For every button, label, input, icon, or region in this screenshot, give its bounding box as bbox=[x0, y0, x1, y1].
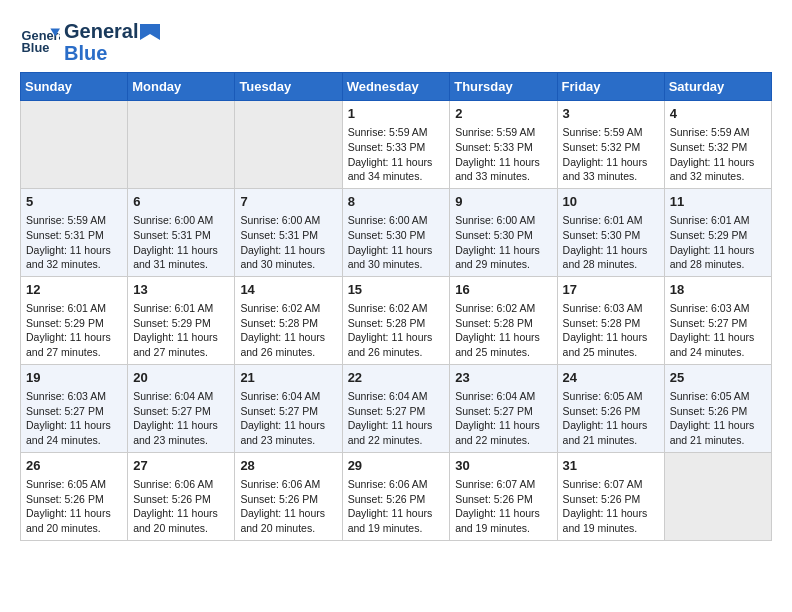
calendar-day-1: 1Sunrise: 5:59 AM Sunset: 5:33 PM Daylig… bbox=[342, 101, 450, 189]
day-number: 1 bbox=[348, 105, 445, 123]
day-info: Sunrise: 6:03 AM Sunset: 5:27 PM Dayligh… bbox=[670, 301, 766, 360]
day-info: Sunrise: 6:02 AM Sunset: 5:28 PM Dayligh… bbox=[455, 301, 551, 360]
day-number: 15 bbox=[348, 281, 445, 299]
calendar-empty-cell bbox=[128, 101, 235, 189]
day-info: Sunrise: 6:01 AM Sunset: 5:29 PM Dayligh… bbox=[26, 301, 122, 360]
day-number: 4 bbox=[670, 105, 766, 123]
day-info: Sunrise: 6:06 AM Sunset: 5:26 PM Dayligh… bbox=[133, 477, 229, 536]
calendar-day-4: 4Sunrise: 5:59 AM Sunset: 5:32 PM Daylig… bbox=[664, 101, 771, 189]
day-number: 20 bbox=[133, 369, 229, 387]
logo-text-blue: Blue bbox=[64, 42, 138, 64]
calendar-week-row: 26Sunrise: 6:05 AM Sunset: 5:26 PM Dayli… bbox=[21, 452, 772, 540]
day-number: 24 bbox=[563, 369, 659, 387]
day-number: 29 bbox=[348, 457, 445, 475]
day-info: Sunrise: 6:00 AM Sunset: 5:31 PM Dayligh… bbox=[240, 213, 336, 272]
calendar-day-13: 13Sunrise: 6:01 AM Sunset: 5:29 PM Dayli… bbox=[128, 276, 235, 364]
calendar-day-22: 22Sunrise: 6:04 AM Sunset: 5:27 PM Dayli… bbox=[342, 364, 450, 452]
calendar-week-row: 1Sunrise: 5:59 AM Sunset: 5:33 PM Daylig… bbox=[21, 101, 772, 189]
day-info: Sunrise: 6:06 AM Sunset: 5:26 PM Dayligh… bbox=[348, 477, 445, 536]
calendar-day-23: 23Sunrise: 6:04 AM Sunset: 5:27 PM Dayli… bbox=[450, 364, 557, 452]
svg-marker-3 bbox=[140, 24, 160, 40]
calendar-day-8: 8Sunrise: 6:00 AM Sunset: 5:30 PM Daylig… bbox=[342, 188, 450, 276]
calendar-day-24: 24Sunrise: 6:05 AM Sunset: 5:26 PM Dayli… bbox=[557, 364, 664, 452]
calendar-week-row: 12Sunrise: 6:01 AM Sunset: 5:29 PM Dayli… bbox=[21, 276, 772, 364]
logo-text-general: General bbox=[64, 20, 138, 42]
day-info: Sunrise: 6:01 AM Sunset: 5:30 PM Dayligh… bbox=[563, 213, 659, 272]
day-number: 7 bbox=[240, 193, 336, 211]
calendar-day-12: 12Sunrise: 6:01 AM Sunset: 5:29 PM Dayli… bbox=[21, 276, 128, 364]
day-info: Sunrise: 6:05 AM Sunset: 5:26 PM Dayligh… bbox=[670, 389, 766, 448]
calendar-table: SundayMondayTuesdayWednesdayThursdayFrid… bbox=[20, 72, 772, 541]
day-number: 8 bbox=[348, 193, 445, 211]
day-info: Sunrise: 6:05 AM Sunset: 5:26 PM Dayligh… bbox=[26, 477, 122, 536]
day-info: Sunrise: 5:59 AM Sunset: 5:33 PM Dayligh… bbox=[455, 125, 551, 184]
day-info: Sunrise: 6:05 AM Sunset: 5:26 PM Dayligh… bbox=[563, 389, 659, 448]
calendar-day-11: 11Sunrise: 6:01 AM Sunset: 5:29 PM Dayli… bbox=[664, 188, 771, 276]
calendar-empty-cell bbox=[235, 101, 342, 189]
day-number: 22 bbox=[348, 369, 445, 387]
weekday-header-sunday: Sunday bbox=[21, 73, 128, 101]
day-number: 9 bbox=[455, 193, 551, 211]
day-info: Sunrise: 6:00 AM Sunset: 5:30 PM Dayligh… bbox=[455, 213, 551, 272]
weekday-header-friday: Friday bbox=[557, 73, 664, 101]
day-number: 5 bbox=[26, 193, 122, 211]
calendar-day-10: 10Sunrise: 6:01 AM Sunset: 5:30 PM Dayli… bbox=[557, 188, 664, 276]
day-info: Sunrise: 6:03 AM Sunset: 5:28 PM Dayligh… bbox=[563, 301, 659, 360]
calendar-day-19: 19Sunrise: 6:03 AM Sunset: 5:27 PM Dayli… bbox=[21, 364, 128, 452]
calendar-day-18: 18Sunrise: 6:03 AM Sunset: 5:27 PM Dayli… bbox=[664, 276, 771, 364]
calendar-day-3: 3Sunrise: 5:59 AM Sunset: 5:32 PM Daylig… bbox=[557, 101, 664, 189]
weekday-header-monday: Monday bbox=[128, 73, 235, 101]
logo-icon: General Blue bbox=[20, 22, 60, 62]
day-number: 19 bbox=[26, 369, 122, 387]
day-number: 17 bbox=[563, 281, 659, 299]
svg-text:Blue: Blue bbox=[22, 40, 50, 55]
day-number: 2 bbox=[455, 105, 551, 123]
calendar-day-2: 2Sunrise: 5:59 AM Sunset: 5:33 PM Daylig… bbox=[450, 101, 557, 189]
weekday-header-saturday: Saturday bbox=[664, 73, 771, 101]
day-info: Sunrise: 6:02 AM Sunset: 5:28 PM Dayligh… bbox=[240, 301, 336, 360]
calendar-day-29: 29Sunrise: 6:06 AM Sunset: 5:26 PM Dayli… bbox=[342, 452, 450, 540]
day-info: Sunrise: 6:01 AM Sunset: 5:29 PM Dayligh… bbox=[133, 301, 229, 360]
calendar-day-20: 20Sunrise: 6:04 AM Sunset: 5:27 PM Dayli… bbox=[128, 364, 235, 452]
logo: General Blue General Blue bbox=[20, 20, 164, 64]
day-number: 26 bbox=[26, 457, 122, 475]
day-number: 3 bbox=[563, 105, 659, 123]
calendar-day-25: 25Sunrise: 6:05 AM Sunset: 5:26 PM Dayli… bbox=[664, 364, 771, 452]
day-info: Sunrise: 5:59 AM Sunset: 5:32 PM Dayligh… bbox=[563, 125, 659, 184]
day-info: Sunrise: 6:06 AM Sunset: 5:26 PM Dayligh… bbox=[240, 477, 336, 536]
weekday-header-thursday: Thursday bbox=[450, 73, 557, 101]
day-number: 25 bbox=[670, 369, 766, 387]
day-number: 6 bbox=[133, 193, 229, 211]
day-number: 12 bbox=[26, 281, 122, 299]
day-info: Sunrise: 6:07 AM Sunset: 5:26 PM Dayligh… bbox=[563, 477, 659, 536]
day-number: 30 bbox=[455, 457, 551, 475]
day-number: 10 bbox=[563, 193, 659, 211]
day-number: 18 bbox=[670, 281, 766, 299]
calendar-day-6: 6Sunrise: 6:00 AM Sunset: 5:31 PM Daylig… bbox=[128, 188, 235, 276]
calendar-day-14: 14Sunrise: 6:02 AM Sunset: 5:28 PM Dayli… bbox=[235, 276, 342, 364]
day-info: Sunrise: 6:07 AM Sunset: 5:26 PM Dayligh… bbox=[455, 477, 551, 536]
calendar-day-9: 9Sunrise: 6:00 AM Sunset: 5:30 PM Daylig… bbox=[450, 188, 557, 276]
day-info: Sunrise: 6:02 AM Sunset: 5:28 PM Dayligh… bbox=[348, 301, 445, 360]
calendar-day-26: 26Sunrise: 6:05 AM Sunset: 5:26 PM Dayli… bbox=[21, 452, 128, 540]
day-number: 28 bbox=[240, 457, 336, 475]
day-info: Sunrise: 5:59 AM Sunset: 5:32 PM Dayligh… bbox=[670, 125, 766, 184]
weekday-header-row: SundayMondayTuesdayWednesdayThursdayFrid… bbox=[21, 73, 772, 101]
calendar-day-7: 7Sunrise: 6:00 AM Sunset: 5:31 PM Daylig… bbox=[235, 188, 342, 276]
calendar-day-15: 15Sunrise: 6:02 AM Sunset: 5:28 PM Dayli… bbox=[342, 276, 450, 364]
calendar-empty-cell bbox=[21, 101, 128, 189]
day-number: 11 bbox=[670, 193, 766, 211]
day-info: Sunrise: 6:00 AM Sunset: 5:31 PM Dayligh… bbox=[133, 213, 229, 272]
calendar-day-27: 27Sunrise: 6:06 AM Sunset: 5:26 PM Dayli… bbox=[128, 452, 235, 540]
calendar-day-5: 5Sunrise: 5:59 AM Sunset: 5:31 PM Daylig… bbox=[21, 188, 128, 276]
day-number: 31 bbox=[563, 457, 659, 475]
day-number: 27 bbox=[133, 457, 229, 475]
calendar-week-row: 19Sunrise: 6:03 AM Sunset: 5:27 PM Dayli… bbox=[21, 364, 772, 452]
calendar-day-31: 31Sunrise: 6:07 AM Sunset: 5:26 PM Dayli… bbox=[557, 452, 664, 540]
day-number: 23 bbox=[455, 369, 551, 387]
calendar-empty-cell bbox=[664, 452, 771, 540]
weekday-header-wednesday: Wednesday bbox=[342, 73, 450, 101]
calendar-day-30: 30Sunrise: 6:07 AM Sunset: 5:26 PM Dayli… bbox=[450, 452, 557, 540]
calendar-header: SundayMondayTuesdayWednesdayThursdayFrid… bbox=[21, 73, 772, 101]
day-info: Sunrise: 6:03 AM Sunset: 5:27 PM Dayligh… bbox=[26, 389, 122, 448]
